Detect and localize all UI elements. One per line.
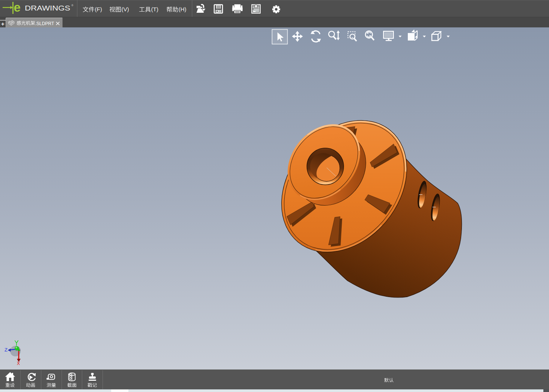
svg-text:e: e (14, 0, 21, 14)
svg-text:®: ® (71, 4, 74, 7)
svg-text:Z: Z (5, 347, 8, 353)
svg-text:X: X (17, 361, 20, 366)
svg-text:DRAWINGS: DRAWINGS (25, 4, 70, 12)
